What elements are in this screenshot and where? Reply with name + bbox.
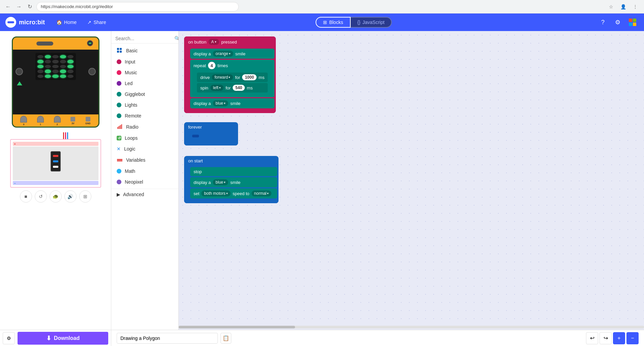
gigglebot-dot <box>117 92 121 97</box>
svg-rect-15 <box>121 124 122 129</box>
share-nav-item[interactable]: ↗ Share <box>83 18 111 27</box>
main-content: 0 1 2 3V GND <box>0 31 644 330</box>
project-settings-button[interactable]: ⚙ <box>3 332 15 344</box>
normal-dropdown[interactable]: normal ▾ <box>252 190 272 196</box>
restart-button[interactable]: ↺ <box>35 190 47 203</box>
categories-panel: 🔍 Basic Input Music Led <box>111 31 179 330</box>
refresh-button[interactable]: ↻ <box>26 3 34 11</box>
display-a-block-1: display a orange ▾ smile <box>190 49 274 59</box>
forward-dropdown[interactable]: forward ▾ <box>212 74 233 80</box>
logo-text: micro:bit <box>19 19 45 26</box>
zoom-out-button[interactable]: − <box>626 332 639 344</box>
workspace-scrollbar[interactable] <box>179 326 644 328</box>
remote-dot <box>117 113 121 118</box>
app-header: micro:bit 🏠 Home ↗ Share ⊞ Blocks {} Jav… <box>0 14 644 31</box>
both-motors-dropdown[interactable]: both motors ▾ <box>201 190 230 196</box>
drive-block: drive forward ▾ for 1000 ms <box>197 73 268 82</box>
stop-button[interactable]: ■ <box>20 190 32 203</box>
category-led[interactable]: Led <box>111 78 178 89</box>
blocks-tab[interactable]: ⊞ Blocks <box>316 17 350 28</box>
simulator-controls: ■ ↺ 🐢 🔊 ⊞ <box>20 190 91 203</box>
button-b[interactable] <box>88 68 96 75</box>
workspace[interactable]: on button A ▾ pressed display a orange ▾ <box>179 31 644 330</box>
category-remote[interactable]: Remote <box>111 110 178 121</box>
search-box: 🔍 <box>111 34 178 44</box>
button-a-dropdown[interactable]: A ▾ <box>208 39 219 45</box>
back-button[interactable]: ← <box>4 3 12 11</box>
svg-rect-12 <box>118 126 119 129</box>
search-icon[interactable]: 🔍 <box>174 36 179 41</box>
bottom-right: ↩ ↪ + − <box>581 332 644 344</box>
spin-block: spin left ▾ for 540 ms <box>197 83 268 92</box>
set-motors-block: set both motors ▾ speed to normal ▾ <box>190 188 277 198</box>
scrollbar-thumb[interactable] <box>179 326 295 328</box>
repeat-count[interactable]: 4 <box>208 62 215 69</box>
help-button[interactable]: ? <box>597 16 609 28</box>
category-loops[interactable]: ↺ Loops <box>111 133 178 143</box>
settings-button[interactable]: ⚙ <box>612 16 624 28</box>
on-button-block: on button A ▾ pressed display a orange ▾ <box>184 36 276 113</box>
spin-time-value[interactable]: 540 <box>233 85 245 91</box>
share-icon: ↗ <box>87 20 91 25</box>
neopixel-dot <box>117 180 121 184</box>
header-nav: 🏠 Home ↗ Share <box>52 18 111 27</box>
fullscreen-button[interactable]: ⊞ <box>79 190 91 203</box>
bottom-left: ⚙ ⬇ Download <box>0 330 111 346</box>
music-dot <box>117 70 121 75</box>
category-basic[interactable]: Basic <box>111 45 178 56</box>
browser-icons: ☆ 👤 ⋮ <box>606 2 640 11</box>
category-gigglebot[interactable]: Gigglebot <box>111 89 178 100</box>
category-logic[interactable]: ✕ Logic <box>111 143 178 154</box>
code-icon: {} <box>357 20 360 25</box>
redo-button[interactable]: ↪ <box>599 332 612 344</box>
svg-rect-17 <box>117 160 122 161</box>
bookmark-icon[interactable]: ☆ <box>606 2 616 11</box>
undo-button[interactable]: ↩ <box>586 332 598 344</box>
download-icon: ⬇ <box>46 335 51 342</box>
project-name-input[interactable] <box>117 333 218 344</box>
profile-icon[interactable]: 👤 <box>618 2 628 11</box>
orange-dropdown[interactable]: orange ▾ <box>213 51 233 57</box>
variables-icon <box>117 157 123 163</box>
microbit-device: 0 1 2 3V GND <box>12 36 99 128</box>
slow-motion-button[interactable]: 🐢 <box>50 190 62 203</box>
input-dot <box>117 59 121 64</box>
javascript-tab[interactable]: {} JavaScript <box>351 17 392 28</box>
blue-dropdown-1[interactable]: blue ▾ <box>213 100 228 106</box>
button-a[interactable] <box>16 68 23 75</box>
svg-point-1 <box>8 21 10 23</box>
zoom-in-button[interactable]: + <box>613 332 625 344</box>
category-variables[interactable]: Variables <box>111 154 178 166</box>
sound-button[interactable]: 🔊 <box>64 190 77 203</box>
category-music[interactable]: Music <box>111 67 178 78</box>
more-icon[interactable]: ⋮ <box>631 2 640 11</box>
blue-dropdown-3[interactable]: blue ▾ <box>213 179 228 185</box>
svg-rect-16 <box>117 159 122 160</box>
left-dropdown[interactable]: left ▾ <box>210 85 224 91</box>
home-nav-item[interactable]: 🏠 Home <box>52 18 81 27</box>
download-button[interactable]: ⬇ Download <box>18 332 108 345</box>
search-input[interactable] <box>115 36 174 41</box>
category-math[interactable]: Math <box>111 166 178 177</box>
on-button-label: on button <box>188 39 206 45</box>
drive-time-value[interactable]: 1000 <box>242 74 257 80</box>
project-icon-button[interactable]: 📋 <box>221 333 231 344</box>
category-input[interactable]: Input <box>111 56 178 67</box>
forward-button[interactable]: → <box>15 3 23 11</box>
address-bar[interactable]: https://makecode.microbit.org/#editor <box>36 2 239 11</box>
category-lights[interactable]: Lights <box>111 100 178 110</box>
svg-rect-4 <box>633 19 636 22</box>
microbit-logo-icon <box>5 17 16 28</box>
logo-area: micro:bit <box>5 17 45 28</box>
category-radio[interactable]: Radio <box>111 121 178 133</box>
header-center: ⊞ Blocks {} JavaScript <box>115 17 593 28</box>
display-a-block-2: display a blue ▾ smile <box>190 98 274 108</box>
category-neopixel[interactable]: Neopixel <box>111 177 178 187</box>
category-advanced[interactable]: ▶ Advanced <box>111 189 178 200</box>
browser-bar: ← → ↻ https://makecode.microbit.org/#edi… <box>0 0 644 14</box>
simulator-panel: 0 1 2 3V GND <box>0 31 111 330</box>
on-start-block: on start stop display a blue ▾ smile <box>184 156 279 203</box>
header-right: ? ⚙ <box>597 16 639 28</box>
bottom-bar: ⚙ ⬇ Download 📋 ↩ ↪ + − <box>0 330 644 346</box>
svg-rect-14 <box>120 125 121 129</box>
